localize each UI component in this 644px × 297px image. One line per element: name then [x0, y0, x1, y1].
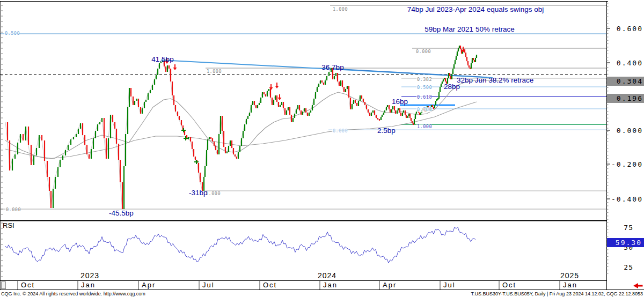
annotation-text[interactable]: -31bp: [189, 189, 208, 197]
year-label[interactable]: 2025: [560, 271, 579, 280]
moving-average-fast: [5, 80, 502, 159]
fib-level-label: 0.000: [6, 207, 21, 212]
fib-level-label: 0.618: [417, 94, 432, 100]
sell-arrow-icon: [278, 94, 282, 100]
month-label[interactable]: Oct: [502, 281, 516, 289]
h-scrollbar-thumb[interactable]: [2, 282, 6, 289]
price-axis-label-highlighted: 0.196: [617, 94, 643, 102]
sell-arrow-icon: [173, 64, 177, 70]
copyright-text: CQG Inc. © 2024 All rights reserved worl…: [1, 291, 145, 296]
annotation-text[interactable]: 36.7bp: [321, 63, 343, 71]
fib-level-label: 1.000: [207, 69, 222, 74]
sell-arrow-icon: [275, 83, 279, 88]
month-label[interactable]: Oct: [21, 281, 35, 289]
year-label[interactable]: 2023: [80, 271, 99, 280]
annotation-text[interactable]: 41.5bp: [151, 55, 173, 63]
rsi-axis-label: 75: [624, 224, 633, 232]
fib-level-label: 1.000: [333, 6, 348, 12]
annotation-text[interactable]: 28bp: [444, 83, 460, 91]
month-label[interactable]: Jul: [443, 281, 456, 289]
price-axis-label: -0.400: [611, 195, 643, 203]
fib-level-label: 1.000: [417, 124, 432, 129]
rsi-axis-label: 25: [624, 263, 633, 271]
symbol-timestamp-text: T.US.BUS30Y-T.US.BUS05Y, Daily | Fri Aug…: [471, 291, 643, 296]
month-label[interactable]: Oct: [263, 281, 277, 289]
price-axis-label: 0.000: [617, 127, 643, 135]
close-connector-line: [5, 46, 477, 209]
fib-level-label: 0.000: [416, 49, 431, 54]
rsi-current-value: 59.30: [616, 239, 642, 247]
annotation-text[interactable]: 2.5bp: [377, 127, 396, 135]
month-label[interactable]: Jan: [323, 281, 338, 289]
annotation-text[interactable]: 16bp: [392, 98, 408, 106]
rsi-study-label: RSI: [3, 221, 14, 229]
annotation-text[interactable]: 59bp Mar 2021 50% retrace: [425, 25, 514, 33]
year-label[interactable]: 2024: [318, 271, 336, 280]
month-label[interactable]: Jan: [81, 281, 96, 289]
fib-level-label: 0.382: [417, 77, 432, 82]
price-axis-label-highlighted: 0.304: [617, 77, 643, 85]
status-bar: CQG Inc. © 2024 All rights reserved worl…: [0, 290, 644, 297]
rsi-line: [5, 227, 475, 263]
annotation-text[interactable]: 32bp Jun 38.2% retrace: [457, 76, 533, 84]
price-chart-svg: 1.0000.5000.0001.0000.3820.5000.6180.788…: [0, 0, 644, 297]
month-label[interactable]: Apr: [142, 281, 156, 289]
fib-level-label: 0.500: [417, 85, 432, 90]
sell-arrow-icon: [269, 84, 273, 90]
fib-level-label: 1.000: [206, 191, 221, 196]
fib-level-label: 0.788: [417, 107, 432, 112]
annotation-text[interactable]: 74bp Jul 2023-Apr 2024 equals swings obj: [407, 5, 544, 13]
jump-to-latest-arrow-icon[interactable]: [633, 283, 643, 288]
month-label[interactable]: Jul: [202, 281, 215, 289]
month-label[interactable]: Jan: [563, 281, 577, 289]
fib-level-label: 0.000: [333, 128, 348, 133]
fib-level-label: 0.500: [5, 31, 20, 36]
price-axis-label: 0.400: [617, 59, 643, 67]
cqg-chart-window: 1.0000.5000.0001.0000.3820.5000.6180.788…: [0, 0, 644, 297]
price-axis-label: 0.600: [617, 25, 643, 33]
month-label[interactable]: Apr: [383, 281, 397, 289]
annotation-text[interactable]: -45.5bp: [109, 209, 134, 217]
price-axis-label: -0.200: [611, 160, 643, 168]
